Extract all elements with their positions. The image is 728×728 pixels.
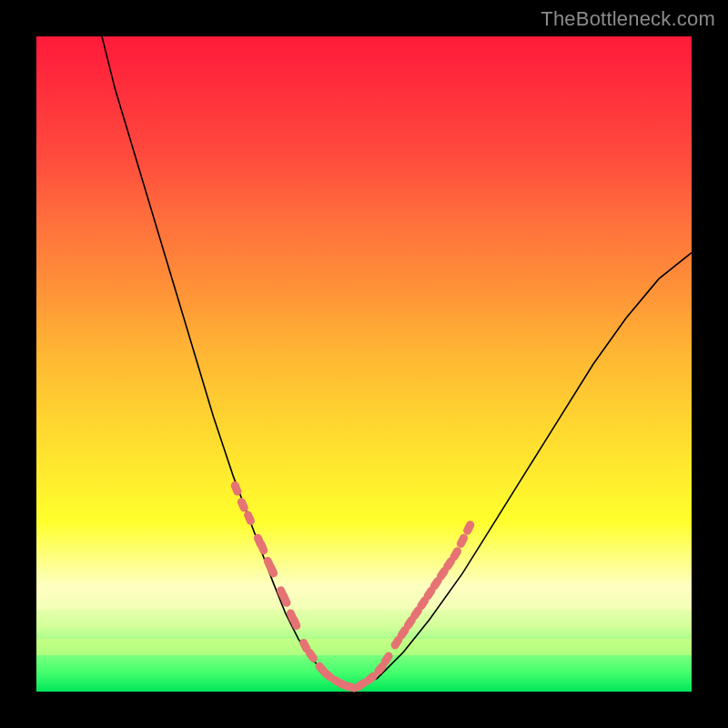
- marker: [455, 532, 469, 549]
- marker: [462, 520, 476, 536]
- markers-left-group: [229, 480, 359, 693]
- watermark-text: TheBottleneck.com: [541, 7, 715, 31]
- marker: [236, 497, 249, 513]
- markers-right-group: [352, 520, 476, 693]
- marker: [243, 510, 257, 526]
- chart-frame: TheBottleneck.com: [0, 0, 728, 728]
- bottleneck-curve: [102, 36, 692, 688]
- curve-layer: [36, 36, 692, 692]
